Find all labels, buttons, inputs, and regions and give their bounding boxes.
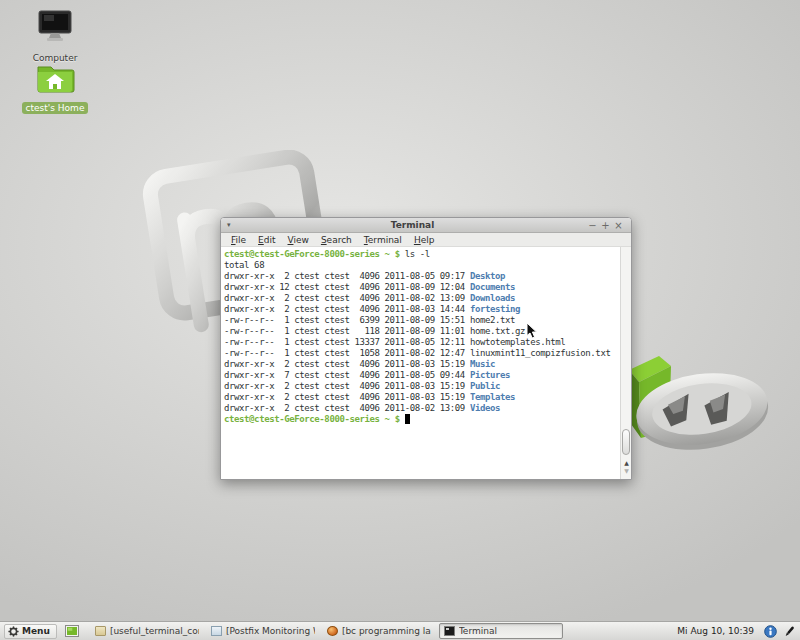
terminal-line: ctest@ctest-GeForce-8000-series ~ $ [224,414,619,425]
desktop-icon-computer[interactable]: Computer [12,10,98,65]
taskbar-window-label: Terminal [459,626,497,636]
window-title: Terminal [239,220,586,230]
taskbar-clock[interactable]: Mi Aug 10, 10:39 [677,626,754,636]
terminal-line: drwxr-xr-x 2 ctest ctest 4096 2011-08-03… [224,392,619,403]
desktop-icon-label: ctest's Home [22,102,89,114]
terminal-line: -rw-r--r-- 1 ctest ctest 13337 2011-08-0… [224,337,619,348]
taskbar-window-button[interactable]: Terminal [439,623,563,639]
firefox-icon [327,626,338,636]
desktop-icon-home[interactable]: ctest's Home [12,62,98,115]
terminal-line: -rw-r--r-- 1 ctest ctest 118 2011-08-09 … [224,326,619,337]
menubar: FileEditViewSearchTerminalHelp [221,233,631,247]
taskbar-window-button[interactable]: [bc programming lan... [323,623,435,639]
taskbar-window-label: [useful_terminal_com... [110,626,199,636]
terminal-line: drwxr-xr-x 7 ctest ctest 4096 2011-08-05… [224,370,619,381]
menu-item-view[interactable]: View [282,235,315,245]
menu-gear-icon [8,626,19,637]
update-manager-icon[interactable] [764,625,777,638]
taskbar-window-button[interactable]: [useful_terminal_com... [91,623,203,639]
computer-monitor-icon [36,10,74,43]
taskbar: Menu [useful_terminal_com...[Postfix Mon… [0,621,800,640]
terminal-line: drwxr-xr-x 12 ctest ctest 4096 2011-08-0… [224,282,619,293]
scrollbar-down-icon[interactable]: ▼ [623,467,630,474]
terminal-body[interactable]: ctest@ctest-GeForce-8000-series ~ $ ls -… [221,247,631,479]
terminal-line: total 68 [224,260,619,271]
maximize-button[interactable]: + [599,219,612,232]
terminal-line: ctest@ctest-GeForce-8000-series ~ $ ls -… [224,249,619,260]
desktop: { "desktop": { "icons": [ { "label": "Co… [0,0,800,640]
menu-item-search[interactable]: Search [315,235,358,245]
minimize-button[interactable]: − [586,219,599,232]
terminal-line: drwxr-xr-x 2 ctest ctest 4096 2011-08-05… [224,271,619,282]
menu-button-label: Menu [22,626,50,636]
menu-item-help[interactable]: Help [408,235,441,245]
scrollbar-up-icon[interactable]: ▲ [623,459,630,466]
terminal-window: ▾ Terminal − + × FileEditViewSearchTermi… [220,217,632,480]
show-desktop-button[interactable] [63,624,81,638]
terminal-scrollbar[interactable]: ▲ ▼ [620,247,631,479]
tablet-pen-icon[interactable] [783,625,796,638]
show-desktop-icon [65,625,79,637]
close-button[interactable]: × [612,219,625,232]
taskbar-windows: [useful_terminal_com...[Postfix Monitori… [91,623,567,639]
terminal-icon [444,626,455,636]
wallpaper-mint11-emblem [625,348,780,468]
titlebar[interactable]: ▾ Terminal − + × [221,218,631,233]
system-tray: Mi Aug 10, 10:39 [677,625,796,638]
document-icon [95,626,106,636]
taskbar-window-label: [Postfix Monitoring Wi... [226,626,315,636]
terminal-line: drwxr-xr-x 2 ctest ctest 4096 2011-08-03… [224,381,619,392]
terminal-line: -rw-r--r-- 1 ctest ctest 1058 2011-08-02… [224,348,619,359]
home-folder-icon [35,62,75,93]
scrollbar-thumb[interactable] [622,429,630,455]
taskbar-window-label: [bc programming lan... [342,626,431,636]
window-menu-icon[interactable]: ▾ [227,221,239,229]
menu-item-edit[interactable]: Edit [252,235,281,245]
browser-window-icon [211,626,222,636]
terminal-line: drwxr-xr-x 2 ctest ctest 4096 2011-08-02… [224,293,619,304]
terminal-line: -rw-r--r-- 1 ctest ctest 6399 2011-08-09… [224,315,619,326]
terminal-line: drwxr-xr-x 2 ctest ctest 4096 2011-08-03… [224,304,619,315]
terminal-line: drwxr-xr-x 2 ctest ctest 4096 2011-08-03… [224,359,619,370]
menu-button[interactable]: Menu [4,624,57,639]
menu-item-file[interactable]: File [225,235,252,245]
terminal-line: drwxr-xr-x 2 ctest ctest 4096 2011-08-02… [224,403,619,414]
taskbar-window-button[interactable]: [Postfix Monitoring Wi... [207,623,319,639]
menu-item-terminal[interactable]: Terminal [358,235,408,245]
terminal-lines: ctest@ctest-GeForce-8000-series ~ $ ls -… [224,249,619,425]
mouse-cursor-icon [526,322,540,340]
